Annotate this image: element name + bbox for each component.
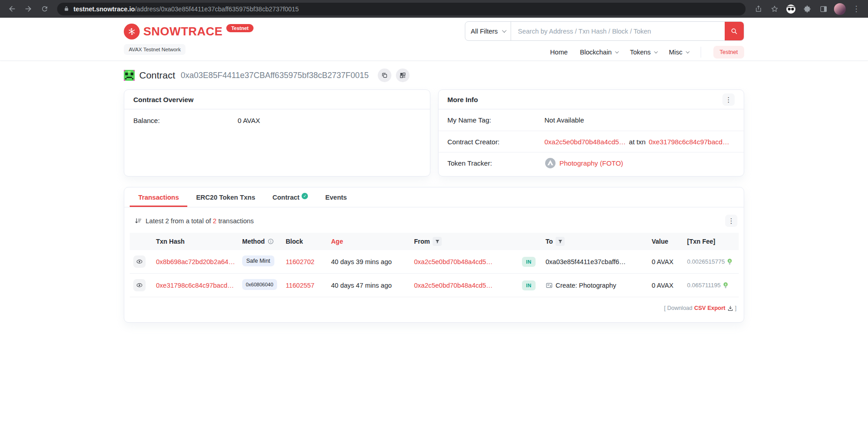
- from-address-link[interactable]: 0xa2c5e0bd70b48a4cd5…: [414, 258, 493, 265]
- back-arrow-icon: [8, 5, 16, 13]
- kebab-menu-icon: ⋮: [725, 96, 732, 103]
- tab-transactions[interactable]: Transactions: [130, 187, 187, 207]
- txn-preview-button[interactable]: [133, 279, 146, 291]
- tab-events[interactable]: Events: [317, 187, 356, 207]
- txn-hash-link[interactable]: 0x8b698ac72bd20b2a64…: [156, 258, 235, 265]
- table-options-button[interactable]: ⋮: [725, 215, 737, 227]
- chevron-down-icon: [686, 49, 689, 53]
- search-filter-value: All Filters: [471, 28, 498, 35]
- browser-back-button[interactable]: [5, 2, 19, 16]
- snowtrace-logo[interactable]: SNOWTRACE Testnet: [124, 24, 254, 39]
- creator-txn-link[interactable]: 0xe31798c6c84c97bacd…: [649, 138, 730, 146]
- contract-creator-label: Contract Creator:: [448, 138, 545, 146]
- token-tracker-link[interactable]: Photography (FOTO): [560, 159, 624, 167]
- brand-name: SNOWTRACE: [143, 24, 223, 39]
- browser-menu-button[interactable]: ⋮: [849, 2, 863, 16]
- nav-home[interactable]: Home: [550, 49, 568, 56]
- nav-divider: [701, 47, 701, 58]
- kebab-menu-icon: ⋮: [728, 217, 735, 225]
- download-icon: [727, 305, 733, 311]
- creator-at-txn-text: at txn: [629, 138, 646, 146]
- txn-hash-link[interactable]: 0xe31798c6c84c97bacd…: [156, 282, 234, 289]
- more-info-options-button[interactable]: ⋮: [722, 93, 735, 106]
- tab-contract[interactable]: Contract✓: [264, 187, 317, 207]
- csv-export-row: [ Download CSV Export ]: [124, 297, 744, 311]
- tab-bar: Transactions ERC20 Token Txns Contract✓ …: [124, 187, 744, 207]
- nav-blockchain[interactable]: Blockchain: [580, 49, 618, 56]
- gas-lightbulb-icon[interactable]: $: [727, 258, 733, 265]
- more-info-card: More Info ⋮ My Name Tag: Not Available C…: [438, 89, 745, 177]
- col-header-block: Block: [282, 233, 327, 250]
- tab-erc20-token-txns[interactable]: ERC20 Token Txns: [187, 187, 263, 207]
- creator-address-link[interactable]: 0xa2c5e0bd70b48a4cd5…: [545, 138, 626, 146]
- address-identicon: [124, 70, 135, 81]
- overview-card-title: Contract Overview: [133, 96, 194, 103]
- browser-bookmark-button[interactable]: [767, 2, 782, 16]
- info-icon[interactable]: [268, 238, 274, 245]
- txn-value: 0 AVAX: [648, 250, 683, 274]
- from-address-link[interactable]: 0xa2c5e0bd70b48a4cd5…: [414, 282, 493, 289]
- search-filter-select[interactable]: All Filters: [465, 22, 511, 40]
- qr-code-button[interactable]: [396, 69, 410, 82]
- transactions-table: Txn Hash Method Block Age From To Value …: [130, 233, 739, 297]
- method-badge: 0x60806040: [242, 279, 277, 290]
- nav-testnet-badge[interactable]: Testnet: [713, 46, 744, 59]
- network-label: AVAX Testnet Network: [124, 44, 185, 55]
- download-bracket: ]: [735, 305, 736, 311]
- table-row: 0x8b698ac72bd20b2a64… Safe Mint 11602702…: [130, 250, 739, 274]
- col-header-value: Value: [648, 233, 683, 250]
- contract-doc-icon: [546, 282, 553, 289]
- txn-fee: 0.065711195: [687, 282, 721, 289]
- col-header-txn-hash: Txn Hash: [152, 233, 239, 250]
- search-input[interactable]: [511, 22, 725, 40]
- block-link[interactable]: 11602702: [286, 258, 314, 265]
- browser-extensions-button[interactable]: [800, 2, 814, 16]
- copy-address-button[interactable]: [378, 69, 391, 82]
- browser-address-bar[interactable]: testnet.snowtrace.io/address/0xa03e85f44…: [57, 3, 746, 15]
- token-logo-icon: [545, 157, 556, 169]
- to-contract-create: Create: Photography: [556, 282, 616, 289]
- browser-toolbar: testnet.snowtrace.io/address/0xa03e85f44…: [0, 0, 868, 18]
- name-tag-label: My Name Tag:: [448, 116, 545, 124]
- eye-icon: [136, 258, 143, 265]
- contract-overview-card: Contract Overview Balance: 0 AVAX: [124, 89, 430, 177]
- browser-extension-owl-button[interactable]: [784, 2, 798, 16]
- filter-funnel-icon: [558, 239, 563, 244]
- kebab-menu-icon: ⋮: [853, 5, 860, 13]
- main-nav: Home Blockchain Tokens Misc Testnet: [550, 46, 744, 59]
- browser-profile-button[interactable]: [833, 2, 847, 16]
- method-badge: Safe Mint: [242, 255, 274, 266]
- txn-value: 0 AVAX: [648, 274, 683, 297]
- from-filter-button[interactable]: [433, 237, 442, 246]
- transactions-summary: Latest 2 from a total of 2 transactions: [135, 217, 254, 225]
- browser-forward-button[interactable]: [21, 2, 35, 16]
- filter-funnel-icon: [435, 239, 440, 244]
- nav-tokens[interactable]: Tokens: [630, 49, 657, 56]
- download-label: [ Download: [664, 305, 692, 311]
- browser-share-button[interactable]: [751, 2, 766, 16]
- side-panel-icon: [819, 5, 828, 13]
- balance-value: 0 AVAX: [238, 117, 260, 124]
- brand-testnet-badge: Testnet: [226, 24, 254, 32]
- to-address: 0xa03e85f4411e37cbaff6…: [542, 250, 648, 274]
- search-bar: All Filters: [465, 21, 744, 41]
- search-button[interactable]: [725, 22, 744, 40]
- block-link[interactable]: 11602557: [286, 282, 314, 289]
- txn-age: 40 days 39 mins ago: [327, 250, 410, 274]
- browser-reload-button[interactable]: [37, 2, 52, 16]
- lock-icon: [63, 6, 69, 12]
- nav-misc[interactable]: Misc: [669, 49, 688, 56]
- col-header-age[interactable]: Age: [327, 233, 410, 250]
- reload-icon: [41, 5, 49, 13]
- browser-side-panel-button[interactable]: [816, 2, 831, 16]
- verified-check-icon: ✓: [302, 193, 308, 199]
- gas-lightbulb-icon[interactable]: $: [722, 282, 729, 289]
- balance-label: Balance:: [133, 117, 238, 124]
- col-header-details: [130, 233, 152, 250]
- forward-arrow-icon: [24, 5, 33, 13]
- csv-export-link[interactable]: CSV Export: [694, 305, 726, 311]
- txn-age: 40 days 47 mins ago: [327, 274, 410, 297]
- main-content: Contract 0xa03E85F4411e37CBAff635975bf38…: [124, 61, 744, 323]
- to-filter-button[interactable]: [556, 237, 565, 246]
- txn-preview-button[interactable]: [133, 255, 146, 268]
